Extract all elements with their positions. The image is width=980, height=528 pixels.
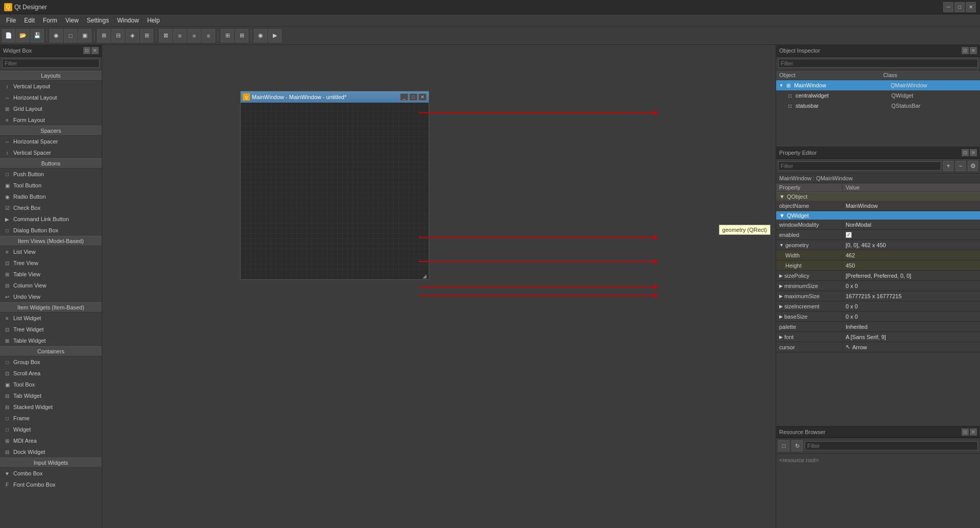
form-window-body[interactable] <box>241 103 429 279</box>
widget-font-combo-box[interactable]: F Font Combo Box <box>0 479 102 490</box>
widget-frame[interactable]: □ Frame <box>0 413 102 424</box>
prop-val-maximumsize[interactable]: 16777215 x 16777215 <box>843 292 980 300</box>
prop-remove-btn[interactable]: − <box>955 161 966 171</box>
toolbar-btn11[interactable]: ⊠ <box>159 29 172 42</box>
menu-file[interactable]: File <box>2 16 20 25</box>
widget-group-box[interactable]: □ Group Box <box>0 356 102 368</box>
resource-browser-undock[interactable]: ⊡ <box>962 428 969 436</box>
property-editor-close[interactable]: ✕ <box>970 149 977 156</box>
sizepolicy-expand-icon[interactable]: ▶ <box>779 273 783 278</box>
obj-row-mainwindow[interactable]: ▼ ⊞ MainWindow QMainWindow <box>776 80 980 90</box>
toolbar-btn17[interactable]: ◉ <box>254 29 267 42</box>
widget-tool-box[interactable]: ▣ Tool Box <box>0 379 102 390</box>
prop-val-sizeincrement[interactable]: 0 x 0 <box>843 302 980 310</box>
menu-settings[interactable]: Settings <box>83 16 113 25</box>
prop-val-objectname[interactable]: MainWindow <box>843 202 980 210</box>
prop-row-enabled[interactable]: enabled ✓ <box>776 230 980 240</box>
resource-browser-controls[interactable]: ⊡ ✕ <box>962 428 977 436</box>
widget-horizontal-spacer[interactable]: ↔ Horizontal Spacer <box>0 136 102 147</box>
widget-table-view[interactable]: ⊞ Table View <box>0 269 102 280</box>
prop-add-btn[interactable]: + <box>943 161 953 171</box>
prop-row-sizeincrement[interactable]: ▶ sizeIncrement 0 x 0 <box>776 301 980 311</box>
object-inspector-close[interactable]: ✕ <box>970 47 977 54</box>
toolbar-btn16[interactable]: ⊞ <box>235 29 248 42</box>
menu-form[interactable]: Form <box>39 16 61 25</box>
widget-tree-widget[interactable]: ⊡ Tree Widget <box>0 324 102 335</box>
title-bar-controls[interactable]: ─ □ ✕ <box>943 2 976 12</box>
menu-edit[interactable]: Edit <box>20 16 39 25</box>
widget-grid-layout[interactable]: ⊞ Grid Layout <box>0 103 102 114</box>
widget-tab-widget[interactable]: ⊟ Tab Widget <box>0 390 102 401</box>
widget-undo-view[interactable]: ↩ Undo View <box>0 291 102 302</box>
prop-val-palette[interactable]: Inherited <box>843 323 980 331</box>
prop-val-width[interactable]: 462 <box>843 251 980 259</box>
widget-scroll-area[interactable]: ⊡ Scroll Area <box>0 368 102 379</box>
widget-combo-box[interactable]: ▼ Combo Box <box>0 468 102 479</box>
toolbar-save[interactable]: 💾 <box>31 29 44 42</box>
widget-table-widget[interactable]: ⊞ Table Widget <box>0 335 102 346</box>
prop-val-minimumsize[interactable]: 0 x 0 <box>843 282 980 290</box>
prop-val-font[interactable]: A [Sans Serif, 9] <box>843 333 980 341</box>
prop-row-windowmodality[interactable]: windowModality NonModal <box>776 220 980 230</box>
widget-dialog-button-box[interactable]: □ Dialog Button Box <box>0 225 102 236</box>
toolbar-btn14[interactable]: ≡ <box>202 29 215 42</box>
resize-handle[interactable]: ◢ <box>423 273 428 278</box>
property-editor-controls[interactable]: ⊡ ✕ <box>962 149 977 156</box>
form-window-controls[interactable]: _ □ ✕ <box>400 93 427 101</box>
prop-options-btn[interactable]: ⚙ <box>968 161 978 171</box>
menu-window[interactable]: Window <box>113 16 143 25</box>
toolbar-btn5[interactable]: □ <box>64 29 77 42</box>
toolbar-btn7[interactable]: ⊞ <box>97 29 110 42</box>
res-filter-input[interactable] <box>805 441 978 450</box>
obj-row-centralwidget[interactable]: □ centralwidget QWidget <box>776 90 980 101</box>
prop-val-enabled[interactable]: ✓ <box>843 231 980 239</box>
prop-val-cursor[interactable]: ↖Arrow <box>843 343 980 351</box>
widget-box-controls[interactable]: ⊡ ✕ <box>83 47 99 54</box>
form-window[interactable]: Q MainWindow - MainWindow - untitled* _ … <box>240 91 429 280</box>
widget-stacked-widget[interactable]: ⊟ Stacked Widget <box>0 401 102 413</box>
prop-val-height[interactable]: 450 <box>843 261 980 270</box>
prop-row-width[interactable]: Width 462 <box>776 250 980 260</box>
sizeincrement-expand-icon[interactable]: ▶ <box>779 304 783 309</box>
canvas-area[interactable]: Q MainWindow - MainWindow - untitled* _ … <box>102 45 776 528</box>
widget-push-button[interactable]: □ Push Button <box>0 169 102 180</box>
prop-row-height[interactable]: Height 450 <box>776 260 980 271</box>
object-inspector-undock[interactable]: ⊡ <box>962 47 969 54</box>
prop-section-qwidget[interactable]: ▼ QWidget <box>776 211 980 220</box>
close-button[interactable]: ✕ <box>966 2 976 12</box>
maximumsize-expand-icon[interactable]: ▶ <box>779 294 783 299</box>
widget-box-undock[interactable]: ⊡ <box>83 47 90 54</box>
widget-check-box[interactable]: ☑ Check Box <box>0 202 102 213</box>
object-inspector-filter-input[interactable] <box>778 59 978 68</box>
prop-row-sizepolicy[interactable]: ▶ sizePolicy [Preferred, Preferred, 0, 0… <box>776 271 980 281</box>
toolbar-preview[interactable]: ▶ <box>268 29 282 42</box>
toolbar-btn9[interactable]: ◈ <box>126 29 139 42</box>
res-new-btn[interactable]: □ <box>778 440 789 451</box>
toolbar-btn8[interactable]: ⊟ <box>111 29 125 42</box>
widget-box-close[interactable]: ✕ <box>91 47 99 54</box>
object-inspector-controls[interactable]: ⊡ ✕ <box>962 47 977 54</box>
geometry-expand-icon[interactable]: ▼ <box>779 243 784 248</box>
widget-command-link-button[interactable]: ▶ Command Link Button <box>0 213 102 225</box>
maximize-button[interactable]: □ <box>954 2 965 12</box>
form-window-minimize[interactable]: _ <box>400 93 408 101</box>
widget-list-widget[interactable]: ≡ List Widget <box>0 313 102 324</box>
toolbar-btn6[interactable]: ▣ <box>78 29 91 42</box>
widget-column-view[interactable]: ⊟ Column View <box>0 280 102 291</box>
prop-row-palette[interactable]: palette Inherited <box>776 322 980 332</box>
menu-help[interactable]: Help <box>143 16 164 25</box>
prop-val-basesize[interactable]: 0 x 0 <box>843 313 980 321</box>
prop-val-windowmodality[interactable]: NonModal <box>843 221 980 229</box>
widget-filter-input[interactable] <box>2 59 100 68</box>
minimize-button[interactable]: ─ <box>943 2 953 12</box>
widget-vertical-layout[interactable]: ↕ Vertical Layout <box>0 81 102 92</box>
toolbar-btn15[interactable]: ⊞ <box>221 29 234 42</box>
obj-row-statusbar[interactable]: □ statusbar QStatusBar <box>776 101 980 111</box>
widget-list-view[interactable]: ≡ List View <box>0 246 102 257</box>
font-expand-icon[interactable]: ▶ <box>779 334 783 340</box>
res-refresh-btn[interactable]: ↻ <box>791 440 803 451</box>
form-window-close[interactable]: ✕ <box>418 93 427 101</box>
toolbar-btn13[interactable]: ≡ <box>188 29 201 42</box>
prop-row-font[interactable]: ▶ font A [Sans Serif, 9] <box>776 332 980 342</box>
prop-row-cursor[interactable]: cursor ↖Arrow <box>776 342 980 352</box>
